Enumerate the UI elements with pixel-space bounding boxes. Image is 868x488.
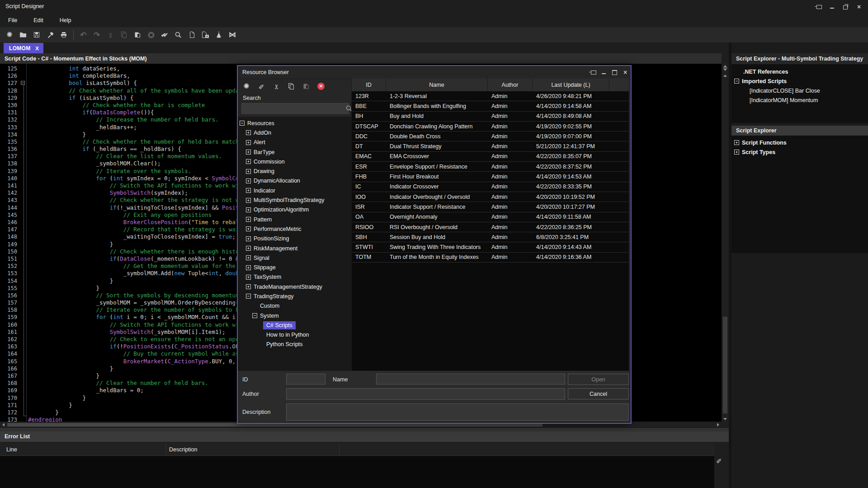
table-row[interactable]: DTSCAPDonchian Crawling Along PatternAdm… — [352, 122, 629, 131]
build-button[interactable] — [44, 29, 56, 41]
tree-item-custom[interactable]: Custom — [238, 301, 351, 311]
table-row[interactable]: 123R1-2-3 ReversalAdmin4/26/2020 9:48:21… — [352, 91, 629, 101]
column-header-description[interactable]: Description — [166, 443, 340, 455]
table-row[interactable]: BHBuy and HoldAdmin4/14/2020 8:49:08 AM — [352, 112, 629, 122]
expand-icon[interactable] — [246, 236, 251, 241]
edit-resource-button[interactable]: ✎ — [256, 81, 266, 91]
tree-item-performancemetric[interactable]: PerformanceMetric — [238, 224, 351, 234]
column-header-id[interactable]: ID — [352, 79, 386, 91]
tree-item-how-to-in-python[interactable]: How to in Python — [238, 330, 351, 340]
description-field[interactable] — [286, 404, 629, 421]
expand-icon[interactable] — [246, 217, 251, 222]
table-row[interactable]: RSIOORSI Overbought / OversoldAdmin4/22/… — [352, 222, 629, 232]
collapse-icon[interactable] — [240, 121, 245, 126]
table-row[interactable]: SBHSession Buy and HoldAdmin6/8/2020 3:2… — [352, 232, 629, 242]
editor-vertical-scrollbar[interactable] — [722, 64, 729, 422]
table-row[interactable]: ICIndicator CrossoverAdmin4/22/2020 8:33… — [352, 182, 629, 192]
explorer-item-indicatormom-momentum[interactable]: [IndicatorMOM] Momentum — [731, 95, 868, 105]
maximize-button[interactable] — [611, 69, 618, 76]
redo-button[interactable]: ↷ — [91, 29, 103, 41]
document-dropdown-button[interactable] — [199, 29, 211, 41]
tree-item-riskmanagement[interactable]: RiskManagement — [238, 244, 351, 253]
table-row[interactable]: TOTMTurn of the Month in Equity IndexesA… — [352, 253, 629, 263]
minimize-button[interactable] — [828, 3, 835, 10]
save-button[interactable] — [31, 29, 42, 41]
close-button[interactable]: × — [855, 3, 863, 10]
tree-item-multisymboltradingstrategy[interactable]: MultiSymbolTradingStrategy — [238, 195, 351, 205]
table-row[interactable]: IOOIndicator Overbought / OversoldAdmin4… — [352, 192, 629, 202]
tree-item-bartype[interactable]: BarType — [238, 147, 351, 157]
scroll-right-icon[interactable] — [717, 423, 719, 427]
expand-icon[interactable] — [246, 207, 251, 212]
author-field[interactable] — [286, 388, 565, 400]
tree-item-optimizationalgorithm[interactable]: OptimizationAlgorithm — [238, 205, 351, 215]
expand-icon[interactable] — [246, 150, 251, 155]
expand-icon[interactable] — [246, 226, 251, 231]
expand-icon[interactable] — [734, 140, 739, 145]
expand-icon[interactable] — [246, 178, 251, 183]
search-button[interactable] — [172, 29, 184, 41]
explorer-item-imported-scripts[interactable]: Imported Scripts — [731, 76, 868, 86]
cancel-button[interactable]: Cancel — [568, 388, 629, 399]
error-list-body[interactable] — [0, 456, 714, 488]
id-field[interactable] — [286, 374, 326, 385]
column-header-line[interactable]: Line — [0, 443, 166, 455]
collapse-icon[interactable] — [246, 294, 251, 299]
paste-resource-button[interactable] — [301, 81, 311, 91]
expand-icon[interactable] — [246, 140, 251, 145]
open-button[interactable]: Open — [568, 374, 629, 385]
copy-resource-button[interactable] — [286, 81, 296, 91]
fold-marker[interactable] — [17, 81, 28, 85]
restore-button[interactable] — [842, 3, 849, 10]
tree-item-trademanagementstrategy[interactable]: TradeManagementStrategy — [238, 282, 351, 291]
name-field[interactable] — [376, 374, 565, 385]
table-row[interactable]: DDCDouble Death CrossAdmin4/19/2020 9:07… — [352, 131, 629, 141]
minimize-button[interactable] — [600, 69, 607, 76]
tab-lomom[interactable]: LOMOM X — [4, 43, 43, 53]
expand-icon[interactable] — [734, 150, 739, 155]
tree-item-taxsystem[interactable]: TaxSystem — [238, 272, 351, 282]
menu-edit[interactable]: Edit — [27, 14, 50, 26]
search-input[interactable] — [241, 103, 349, 114]
table-row[interactable]: BBEBollinger Bands with EngulfingAdmin4/… — [352, 101, 629, 111]
tree-item-pattern[interactable]: Pattern — [238, 215, 351, 224]
tree-item-dynamicallocation[interactable]: DynamicAllocation — [238, 176, 351, 186]
open-button[interactable] — [17, 29, 29, 41]
cut-button[interactable]: ✂ — [104, 29, 116, 41]
expand-icon[interactable] — [246, 246, 251, 251]
explorer-item-net-references[interactable]: .NET References — [731, 67, 868, 76]
expand-icon[interactable] — [246, 198, 251, 203]
tree-item-resources[interactable]: Resources — [238, 118, 351, 128]
menu-help[interactable]: Help — [53, 14, 78, 26]
close-button[interactable]: × — [622, 69, 629, 76]
cancel-button[interactable] — [145, 29, 157, 41]
tree-item-signal[interactable]: Signal — [238, 253, 351, 263]
expand-icon[interactable] — [246, 275, 251, 280]
table-row[interactable]: DTDual Thrust StrategyAdmin5/21/2020 12:… — [352, 141, 629, 151]
tree-item-python-scripts[interactable]: Python Scripts — [238, 340, 351, 349]
panel-splitter[interactable] — [0, 428, 729, 431]
table-row[interactable]: ESREnvelope Support / ResistanceAdmin4/2… — [352, 162, 629, 172]
validate-button[interactable]: ✔✔ — [159, 29, 170, 41]
delete-resource-button[interactable]: ✕ — [316, 81, 326, 91]
undo-button[interactable]: ↶ — [77, 29, 89, 41]
tree-item-tradingstrategy[interactable]: TradingStrategy — [238, 291, 351, 301]
new-document-button[interactable] — [186, 29, 198, 41]
tree-item-drawing[interactable]: Drawing — [238, 166, 351, 176]
column-header-last-update-l[interactable]: Last Update (L) — [533, 79, 609, 91]
explorer-item-script-types[interactable]: Script Types — [731, 147, 868, 157]
expand-icon[interactable] — [246, 255, 251, 260]
menu-file[interactable]: File — [2, 14, 24, 26]
paste-button[interactable] — [132, 29, 143, 41]
tree-item-c-scripts[interactable]: C# Scripts — [238, 320, 351, 330]
tab-close-icon[interactable]: X — [35, 46, 39, 51]
table-row[interactable]: EMACEMA CrossoverAdmin4/22/2020 8:35:07 … — [352, 152, 629, 162]
publish-button[interactable] — [213, 29, 225, 41]
tree-item-indicator[interactable]: Indicator — [238, 186, 351, 195]
vertical-scroll-thumb[interactable] — [723, 317, 727, 413]
scroll-left-icon[interactable] — [2, 423, 5, 427]
dialog-title-bar[interactable]: Resource Browser — [238, 66, 631, 79]
expand-icon[interactable] — [246, 159, 251, 164]
explorer-item-indicatorclose-bar-close[interactable]: [IndicatorCLOSE] Bar Close — [731, 86, 868, 95]
tree-item-positionsizing[interactable]: PositionSizing — [238, 234, 351, 244]
